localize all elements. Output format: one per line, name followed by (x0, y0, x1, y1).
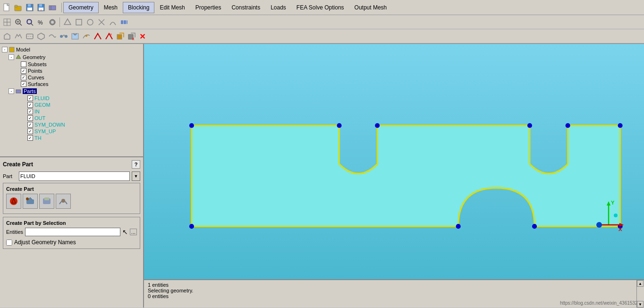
expand-geometry[interactable]: - (8, 54, 14, 60)
svg-rect-6 (27, 8, 32, 10)
tb-icon-4[interactable]: % (36, 17, 46, 27)
tb-icon-7[interactable] (74, 17, 84, 27)
svg-point-64 (527, 123, 532, 128)
svg-point-66 (618, 123, 623, 128)
geo-icon-12[interactable]: x (127, 31, 137, 42)
svg-rect-32 (121, 20, 123, 24)
expand-parts[interactable]: - (8, 88, 14, 94)
svg-point-40 (65, 35, 68, 38)
tree-curves[interactable]: Curves (15, 74, 141, 81)
create-part-icon-1[interactable] (6, 194, 21, 209)
tb-icon-5[interactable] (47, 17, 58, 27)
tree-part-sym-up[interactable]: SYM_UP (22, 128, 141, 135)
geo-icon-11[interactable] (115, 31, 126, 42)
tb-zoom-fit[interactable] (13, 17, 24, 27)
save2-icon[interactable]: ! (36, 2, 46, 13)
tb-icon-8[interactable] (85, 17, 95, 27)
tree-part-in[interactable]: IN (22, 108, 141, 115)
tree-part-th[interactable]: TH (22, 135, 141, 141)
tree-geometry[interactable]: - Geometry (8, 53, 141, 61)
svg-text:Y: Y (611, 200, 615, 205)
menu-output-mesh[interactable]: Output Mesh (349, 2, 392, 13)
geo-icon-10[interactable]: x (104, 31, 114, 42)
svg-point-69 (532, 224, 537, 229)
menu-loads[interactable]: Loads (265, 2, 291, 13)
part-dropdown[interactable]: ▼ (132, 171, 140, 181)
cb-surfaces[interactable] (21, 81, 26, 87)
tb-icon-9[interactable] (96, 17, 107, 27)
more-button[interactable]: ... (130, 229, 137, 235)
cb-in[interactable] (27, 109, 33, 114)
tree-part-geom[interactable]: GEOM (22, 102, 141, 108)
status-bar: 1 entities Selecting geometry. 0 entitie… (144, 279, 644, 308)
tb-icon-11[interactable] (119, 17, 129, 27)
geo-icon-3[interactable] (25, 31, 35, 42)
parts-label: Parts (23, 88, 37, 94)
tb-icon-10[interactable] (108, 17, 118, 27)
subsets-label: Subsets (28, 61, 47, 67)
menu-blocking[interactable]: Blocking (123, 2, 154, 13)
expand-model[interactable]: - (2, 47, 8, 52)
tb-zoom-sel[interactable] (25, 17, 35, 27)
settings-icon[interactable] (47, 2, 58, 13)
svg-rect-13 (4, 19, 7, 22)
geo-icon-2[interactable] (13, 31, 24, 42)
save-icon[interactable] (25, 2, 35, 13)
geo-icon-9[interactable] (93, 31, 103, 42)
tree-surfaces[interactable]: Surfaces (15, 81, 141, 87)
svg-text:✕: ✕ (139, 33, 145, 41)
geo-icon-6[interactable] (59, 31, 69, 42)
geo-icon-delete[interactable]: ✕ (138, 31, 148, 42)
tree-parts[interactable]: - Parts (8, 87, 141, 95)
cb-sym-down[interactable] (27, 122, 33, 128)
menu-constraints[interactable]: Constraints (226, 2, 265, 13)
svg-rect-15 (4, 22, 7, 26)
cb-subsets[interactable] (21, 61, 26, 67)
cb-out[interactable] (27, 115, 33, 121)
tb-icon-6[interactable] (62, 17, 73, 27)
cb-points[interactable] (21, 68, 26, 74)
open-icon[interactable] (13, 2, 24, 13)
entities-input[interactable] (25, 228, 120, 236)
create-part-icon-4[interactable] (56, 194, 71, 209)
menu-mesh[interactable]: Mesh (99, 2, 123, 13)
cb-geom[interactable] (27, 102, 33, 108)
adjust-names-checkbox[interactable] (6, 240, 12, 246)
tree-part-out[interactable]: OUT (22, 115, 141, 121)
tree-part-sym-down[interactable]: SYM_DOWN (22, 121, 141, 128)
status-scroll-down[interactable]: ▼ (637, 301, 644, 308)
tree-subsets[interactable]: Subsets (15, 61, 141, 68)
svg-text:x: x (110, 32, 112, 36)
tb-icon-1[interactable] (2, 17, 12, 27)
svg-marker-72 (607, 201, 610, 205)
tree-part-fluid[interactable]: FLUID (22, 95, 141, 102)
create-part-icon-2[interactable] (23, 194, 38, 209)
menu-fea[interactable]: FEA Solve Options (291, 2, 349, 13)
menu-geometry[interactable]: Geometry (63, 2, 99, 13)
cb-fluid[interactable] (27, 95, 33, 101)
menu-properties[interactable]: Properties (190, 2, 227, 13)
geo-icon-7[interactable] (70, 31, 80, 42)
create-part-group-title: Create Part (6, 186, 137, 192)
svg-rect-41 (72, 34, 78, 39)
menu-edit-mesh[interactable]: Edit Mesh (154, 2, 190, 13)
geo-icon-4[interactable] (36, 31, 46, 42)
part-input[interactable] (19, 171, 130, 181)
create-part-icon-3[interactable] (39, 194, 54, 209)
cb-th[interactable] (27, 135, 33, 141)
tree-points[interactable]: Points (15, 68, 141, 74)
url-text: https://blog.csdn.net/weixin_43615325 (560, 300, 640, 306)
geo-icon-5[interactable] (47, 31, 58, 42)
new-icon[interactable] (2, 2, 12, 13)
cb-curves[interactable] (21, 75, 26, 80)
svg-point-56 (26, 197, 29, 200)
geo-icon-8[interactable] (81, 31, 92, 42)
tree-model[interactable]: - Model (2, 46, 141, 53)
geo-icon-1[interactable] (2, 31, 12, 42)
status-scroll-up[interactable]: ▲ (637, 280, 644, 287)
svg-marker-38 (38, 33, 44, 40)
svg-point-42 (85, 35, 87, 37)
cb-sym-up[interactable] (27, 128, 33, 134)
svg-rect-50 (9, 47, 14, 52)
help-button[interactable]: ? (132, 160, 140, 169)
